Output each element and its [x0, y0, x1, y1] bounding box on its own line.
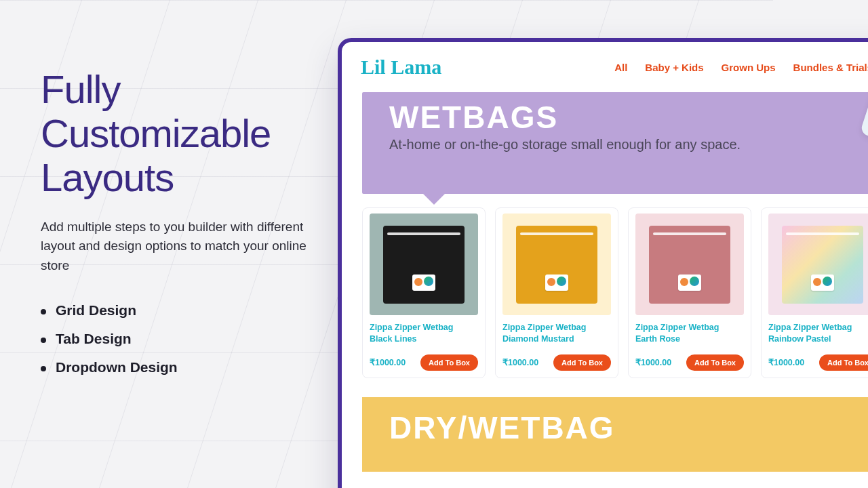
product-price: ₹1000.00 [635, 357, 671, 367]
banner-title: WETBAGS [389, 99, 868, 136]
product-name: Zippa Zipper Wetbag [370, 323, 453, 332]
product-image [768, 214, 868, 315]
product-title: Zippa Zipper Wetbag Rainbow Pastel [768, 322, 868, 345]
bullet-item: Dropdown Design [41, 359, 319, 375]
product-price: ₹1000.00 [768, 357, 804, 367]
marketing-headline: Fully Customizable Layouts [41, 68, 319, 200]
wetbag-icon [516, 226, 597, 304]
product-title: Zippa Zipper Wetbag Diamond Mustard [502, 322, 611, 345]
store-body: WETBAGS At-home or on-the-go storage sma… [342, 92, 868, 472]
add-to-box-button[interactable]: Add To Box [819, 354, 868, 371]
product-footer: ₹1000.00 Add To Box [768, 354, 868, 371]
wetbag-icon [782, 226, 863, 304]
marketing-subhead: Add multiple steps to you builder with d… [41, 218, 319, 276]
product-name: Zippa Zipper Wetbag [502, 323, 586, 332]
category-banner-drywetbag: DRY/WETBAG [362, 397, 868, 472]
product-footer: ₹1000.00 Add To Box [635, 354, 744, 371]
store-brand[interactable]: Lil Lama [361, 56, 441, 79]
product-tag-icon [545, 274, 568, 291]
product-variant: Rainbow Pastel [768, 334, 831, 344]
product-price: ₹1000.00 [370, 357, 406, 367]
product-tag-icon [412, 274, 435, 291]
product-name: Zippa Zipper Wetbag [768, 323, 852, 332]
product-footer: ₹1000.00 Add To Box [370, 354, 478, 371]
product-footer: ₹1000.00 Add To Box [502, 354, 611, 371]
store-preview-window: Lil Lama All Baby + Kids Grown Ups Bundl… [338, 38, 868, 488]
wetbag-icon [383, 226, 465, 304]
product-grid: Zippa Zipper Wetbag Black Lines ₹1000.00… [362, 207, 868, 378]
banner-subtitle: At-home or on-the-go storage small enoug… [389, 137, 868, 152]
add-to-box-button[interactable]: Add To Box [553, 354, 611, 371]
product-variant: Black Lines [370, 334, 416, 344]
product-tag-icon [678, 274, 701, 291]
product-price: ₹1000.00 [502, 357, 538, 367]
product-card[interactable]: Zippa Zipper Wetbag Rainbow Pastel ₹1000… [761, 207, 868, 378]
product-image [502, 214, 611, 315]
add-to-box-button[interactable]: Add To Box [420, 354, 478, 371]
nav-item-all[interactable]: All [614, 62, 627, 73]
product-variant: Diamond Mustard [502, 334, 574, 344]
store-nav: All Baby + Kids Grown Ups Bundles & Tria… [614, 62, 868, 73]
nav-item-bundles-trials[interactable]: Bundles & Trials [793, 62, 868, 73]
marketing-bullets: Grid Design Tab Design Dropdown Design [41, 302, 319, 375]
product-image [635, 214, 744, 315]
banner-title: DRY/WETBAG [389, 409, 868, 446]
product-card[interactable]: Zippa Zipper Wetbag Diamond Mustard ₹100… [495, 207, 618, 378]
product-title: Zippa Zipper Wetbag Black Lines [370, 322, 478, 345]
bullet-item: Tab Design [41, 331, 319, 347]
store-header: Lil Lama All Baby + Kids Grown Ups Bundl… [342, 42, 868, 92]
product-variant: Earth Rose [635, 334, 680, 344]
add-to-box-button[interactable]: Add To Box [686, 354, 744, 371]
product-tag-icon [811, 274, 834, 291]
bullet-item: Grid Design [41, 302, 319, 319]
nav-item-grown-ups[interactable]: Grown Ups [722, 62, 776, 73]
marketing-column: Fully Customizable Layouts Add multiple … [41, 68, 319, 388]
product-name: Zippa Zipper Wetbag [635, 323, 719, 332]
product-card[interactable]: Zippa Zipper Wetbag Black Lines ₹1000.00… [362, 207, 486, 378]
product-card[interactable]: Zippa Zipper Wetbag Earth Rose ₹1000.00 … [628, 207, 751, 378]
product-image [370, 214, 478, 315]
product-title: Zippa Zipper Wetbag Earth Rose [635, 322, 744, 345]
category-banner-wetbags: WETBAGS At-home or on-the-go storage sma… [362, 92, 868, 194]
nav-item-baby-kids[interactable]: Baby + Kids [645, 62, 703, 73]
wetbag-icon [649, 226, 730, 304]
